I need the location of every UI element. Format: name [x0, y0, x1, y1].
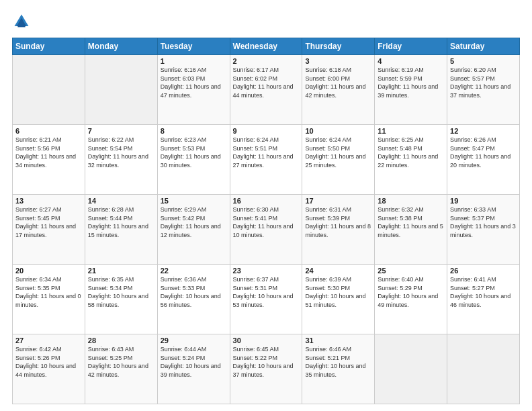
day-info: Sunrise: 6:22 AM Sunset: 5:54 PM Dayligh… [88, 136, 154, 169]
col-wednesday: Wednesday [230, 38, 302, 55]
day-info: Sunrise: 6:19 AM Sunset: 5:59 PM Dayligh… [378, 66, 444, 99]
col-tuesday: Tuesday [157, 38, 230, 55]
calendar-header: Sunday Monday Tuesday Wednesday Thursday… [13, 38, 520, 55]
calendar-cell [13, 55, 85, 125]
calendar-cell: 22Sunrise: 6:36 AM Sunset: 5:33 PM Dayli… [157, 265, 230, 334]
day-info: Sunrise: 6:39 AM Sunset: 5:30 PM Dayligh… [305, 275, 371, 309]
day-info: Sunrise: 6:42 AM Sunset: 5:26 PM Dayligh… [15, 345, 82, 379]
day-number: 8 [161, 127, 227, 135]
day-number: 15 [161, 197, 227, 205]
calendar-cell [447, 334, 520, 404]
calendar-table: Sunday Monday Tuesday Wednesday Thursday… [12, 38, 520, 404]
logo [12, 12, 32, 31]
day-number: 19 [450, 197, 517, 205]
calendar-cell: 10Sunrise: 6:24 AM Sunset: 5:50 PM Dayli… [302, 125, 375, 195]
calendar-cell: 4Sunrise: 6:19 AM Sunset: 5:59 PM Daylig… [375, 55, 447, 125]
day-number: 4 [378, 57, 444, 65]
day-number: 20 [15, 267, 82, 275]
calendar-cell: 27Sunrise: 6:42 AM Sunset: 5:26 PM Dayli… [13, 334, 85, 404]
logo-icon [12, 12, 31, 31]
day-number: 16 [233, 197, 300, 205]
week-row-5: 27Sunrise: 6:42 AM Sunset: 5:26 PM Dayli… [13, 334, 520, 404]
day-number: 10 [305, 127, 371, 135]
day-info: Sunrise: 6:31 AM Sunset: 5:39 PM Dayligh… [305, 205, 371, 239]
day-info: Sunrise: 6:45 AM Sunset: 5:22 PM Dayligh… [233, 345, 300, 379]
calendar-cell: 21Sunrise: 6:35 AM Sunset: 5:34 PM Dayli… [85, 265, 157, 334]
calendar-cell: 8Sunrise: 6:23 AM Sunset: 5:53 PM Daylig… [157, 125, 230, 195]
calendar-cell: 5Sunrise: 6:20 AM Sunset: 5:57 PM Daylig… [447, 55, 520, 125]
day-info: Sunrise: 6:43 AM Sunset: 5:25 PM Dayligh… [88, 345, 154, 379]
day-number: 18 [378, 197, 444, 205]
calendar-cell: 29Sunrise: 6:44 AM Sunset: 5:24 PM Dayli… [157, 334, 230, 404]
col-thursday: Thursday [302, 38, 375, 55]
calendar-cell: 13Sunrise: 6:27 AM Sunset: 5:45 PM Dayli… [13, 195, 85, 265]
day-info: Sunrise: 6:16 AM Sunset: 6:03 PM Dayligh… [161, 66, 227, 99]
day-info: Sunrise: 6:46 AM Sunset: 5:21 PM Dayligh… [305, 345, 371, 379]
calendar-cell: 16Sunrise: 6:30 AM Sunset: 5:41 PM Dayli… [230, 195, 302, 265]
day-info: Sunrise: 6:35 AM Sunset: 5:34 PM Dayligh… [88, 275, 154, 309]
day-number: 21 [88, 267, 154, 275]
day-info: Sunrise: 6:24 AM Sunset: 5:50 PM Dayligh… [305, 136, 371, 169]
day-number: 11 [378, 127, 444, 135]
day-number: 17 [305, 197, 371, 205]
day-number: 27 [15, 336, 82, 345]
day-info: Sunrise: 6:30 AM Sunset: 5:41 PM Dayligh… [233, 205, 300, 239]
day-info: Sunrise: 6:17 AM Sunset: 6:02 PM Dayligh… [233, 66, 300, 99]
day-number: 26 [450, 267, 517, 275]
day-info: Sunrise: 6:36 AM Sunset: 5:33 PM Dayligh… [161, 275, 227, 309]
day-info: Sunrise: 6:40 AM Sunset: 5:29 PM Dayligh… [378, 275, 444, 309]
day-info: Sunrise: 6:32 AM Sunset: 5:38 PM Dayligh… [378, 205, 444, 239]
day-number: 30 [233, 336, 300, 345]
calendar-cell [85, 55, 157, 125]
calendar-cell: 7Sunrise: 6:22 AM Sunset: 5:54 PM Daylig… [85, 125, 157, 195]
col-sunday: Sunday [13, 38, 85, 55]
calendar-cell: 23Sunrise: 6:37 AM Sunset: 5:31 PM Dayli… [230, 265, 302, 334]
day-info: Sunrise: 6:33 AM Sunset: 5:37 PM Dayligh… [450, 205, 517, 239]
calendar-cell: 19Sunrise: 6:33 AM Sunset: 5:37 PM Dayli… [447, 195, 520, 265]
day-number: 6 [15, 127, 82, 135]
day-info: Sunrise: 6:20 AM Sunset: 5:57 PM Dayligh… [450, 66, 517, 99]
day-info: Sunrise: 6:21 AM Sunset: 5:56 PM Dayligh… [15, 136, 82, 169]
day-number: 7 [88, 127, 154, 135]
col-friday: Friday [375, 38, 447, 55]
calendar-cell: 20Sunrise: 6:34 AM Sunset: 5:35 PM Dayli… [13, 265, 85, 334]
day-info: Sunrise: 6:29 AM Sunset: 5:42 PM Dayligh… [161, 205, 227, 239]
calendar-cell: 25Sunrise: 6:40 AM Sunset: 5:29 PM Dayli… [375, 265, 447, 334]
day-number: 24 [305, 267, 371, 275]
day-info: Sunrise: 6:37 AM Sunset: 5:31 PM Dayligh… [233, 275, 300, 309]
calendar-cell: 2Sunrise: 6:17 AM Sunset: 6:02 PM Daylig… [230, 55, 302, 125]
day-number: 23 [233, 267, 300, 275]
calendar-cell: 12Sunrise: 6:26 AM Sunset: 5:47 PM Dayli… [447, 125, 520, 195]
day-number: 1 [161, 57, 227, 65]
calendar-cell: 1Sunrise: 6:16 AM Sunset: 6:03 PM Daylig… [157, 55, 230, 125]
calendar-cell [375, 334, 447, 404]
col-saturday: Saturday [447, 38, 520, 55]
day-number: 28 [88, 336, 154, 345]
col-monday: Monday [85, 38, 157, 55]
calendar-cell: 30Sunrise: 6:45 AM Sunset: 5:22 PM Dayli… [230, 334, 302, 404]
calendar-body: 1Sunrise: 6:16 AM Sunset: 6:03 PM Daylig… [13, 55, 520, 404]
day-info: Sunrise: 6:25 AM Sunset: 5:48 PM Dayligh… [378, 136, 444, 169]
week-row-3: 13Sunrise: 6:27 AM Sunset: 5:45 PM Dayli… [13, 195, 520, 265]
calendar-cell: 11Sunrise: 6:25 AM Sunset: 5:48 PM Dayli… [375, 125, 447, 195]
calendar-cell: 31Sunrise: 6:46 AM Sunset: 5:21 PM Dayli… [302, 334, 375, 404]
calendar-cell: 14Sunrise: 6:28 AM Sunset: 5:44 PM Dayli… [85, 195, 157, 265]
day-info: Sunrise: 6:41 AM Sunset: 5:27 PM Dayligh… [450, 275, 517, 309]
calendar-cell: 9Sunrise: 6:24 AM Sunset: 5:51 PM Daylig… [230, 125, 302, 195]
day-info: Sunrise: 6:34 AM Sunset: 5:35 PM Dayligh… [15, 275, 82, 309]
calendar-cell: 3Sunrise: 6:18 AM Sunset: 6:00 PM Daylig… [302, 55, 375, 125]
day-number: 22 [161, 267, 227, 275]
day-number: 13 [15, 197, 82, 205]
day-info: Sunrise: 6:18 AM Sunset: 6:00 PM Dayligh… [305, 66, 371, 99]
day-info: Sunrise: 6:44 AM Sunset: 5:24 PM Dayligh… [161, 345, 227, 379]
day-number: 29 [161, 336, 227, 345]
week-row-4: 20Sunrise: 6:34 AM Sunset: 5:35 PM Dayli… [13, 265, 520, 334]
day-number: 25 [378, 267, 444, 275]
day-number: 14 [88, 197, 154, 205]
calendar-cell: 26Sunrise: 6:41 AM Sunset: 5:27 PM Dayli… [447, 265, 520, 334]
day-number: 12 [450, 127, 517, 135]
week-row-1: 1Sunrise: 6:16 AM Sunset: 6:03 PM Daylig… [13, 55, 520, 125]
svg-rect-2 [17, 26, 25, 28]
week-row-2: 6Sunrise: 6:21 AM Sunset: 5:56 PM Daylig… [13, 125, 520, 195]
day-number: 2 [233, 57, 300, 65]
